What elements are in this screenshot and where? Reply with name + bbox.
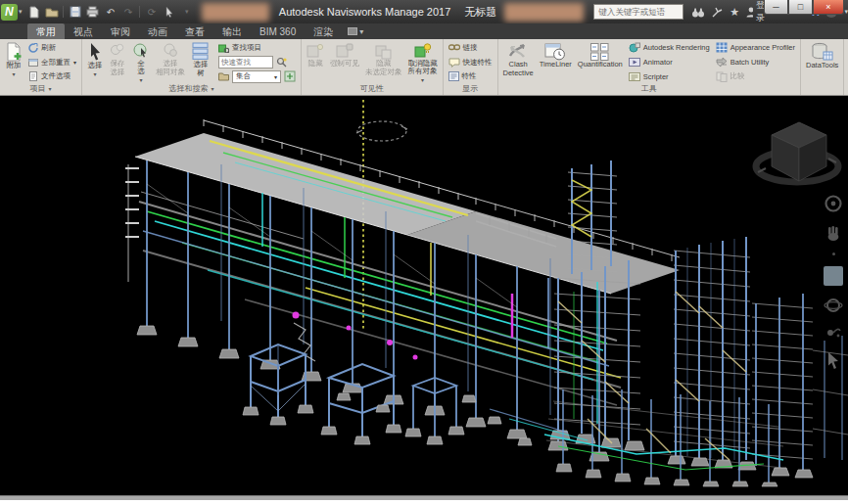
autodesk-rendering-icon (629, 42, 640, 53)
communication-center-button[interactable] (712, 7, 723, 18)
select-button[interactable]: 选择 ▾ (85, 41, 105, 83)
maximize-button[interactable]: □ (788, 0, 813, 15)
find-items-label: 查找项目 (232, 43, 261, 53)
print-button[interactable] (85, 4, 100, 20)
application-menu-button[interactable]: N ▾ (0, 0, 23, 23)
links-label: 链接 (463, 43, 478, 53)
append-button[interactable]: 附加 ▾ (3, 41, 24, 83)
timeliner-label: TimeLiner (540, 61, 572, 69)
links-button[interactable]: 链接 (447, 41, 495, 55)
redo-button[interactable]: ↷ (120, 4, 135, 20)
scripter-icon (629, 71, 640, 82)
refresh-model-button[interactable]: 刷新 (26, 41, 78, 55)
search-button[interactable] (691, 7, 705, 18)
properties-button[interactable]: 特性 (447, 69, 495, 83)
select-same-label: 选择 相同对象 (156, 60, 185, 76)
tab-view[interactable]: 查看 (176, 23, 213, 39)
close-button[interactable]: × (813, 0, 844, 15)
open-file-button[interactable] (44, 4, 59, 20)
minimize-button[interactable]: ─ (764, 0, 788, 15)
sets-row: 集合 ▾ (216, 69, 298, 83)
select-arrow-icon (87, 42, 103, 62)
display-label: 显示 (462, 83, 478, 95)
chevron-down-icon: ▾ (359, 27, 363, 36)
lower-right-cluster (490, 389, 783, 486)
quick-find-icon[interactable] (276, 57, 287, 68)
compare-button[interactable]: 比较 (714, 69, 797, 83)
batch-utility-icon (716, 57, 728, 68)
project-label: 项目 (30, 83, 46, 95)
group-display: 链接 快速特性 特性 显示 (444, 39, 498, 95)
file-options-button[interactable]: 文件选项 (26, 69, 78, 83)
timeliner-button[interactable]: TimeLiner (538, 41, 574, 83)
save-button[interactable] (68, 4, 82, 20)
select-same-button[interactable]: 选择 相同对象 (154, 41, 187, 83)
orbit-icon[interactable] (824, 297, 843, 314)
tab-bim360[interactable]: BIM 360 (251, 23, 305, 39)
pan-hand-icon[interactable] (824, 224, 842, 242)
quick-find-row (216, 56, 298, 69)
appearance-profiler-button[interactable]: Appearance Profiler (714, 41, 797, 55)
require-button[interactable]: 强制可见 (328, 41, 361, 83)
steering-wheel-icon[interactable] (824, 194, 843, 213)
undo-button[interactable]: ↶ (103, 4, 118, 20)
help-dropdown-button[interactable]: ▾ (844, 8, 848, 16)
favorites-button[interactable]: ★ (730, 6, 739, 19)
clash-detective-button[interactable]: Clash Detective (501, 41, 536, 83)
viewport-3d[interactable] (0, 96, 848, 495)
quick-find-input[interactable] (218, 56, 273, 69)
batch-utility-button[interactable]: Batch Utility (714, 56, 797, 69)
cursor-arrow-icon[interactable] (825, 351, 841, 370)
new-file-button[interactable] (26, 4, 41, 20)
animator-icon (629, 57, 640, 68)
ribbon-display-toggle[interactable]: ▾ (348, 23, 363, 39)
refresh-button[interactable]: ⟳ (144, 4, 159, 20)
infocenter-search-input[interactable] (593, 4, 683, 20)
group-label-select-search[interactable]: 选择和搜索 ▾ (82, 83, 301, 95)
navisworks-window: N ▾ ↶ ↷ ⟳ ▾ (0, 0, 848, 504)
unhide-all-button[interactable]: 取消隐藏 所有对象 ▾ (406, 41, 440, 83)
look-around-icon[interactable] (824, 325, 842, 341)
save-sets-icon[interactable] (284, 70, 296, 82)
group-label-tools: 工具 (498, 83, 800, 95)
sets-dropdown[interactable]: 集合 ▾ (232, 70, 281, 83)
group-select-search: 选择 ▾ 保存 选择 全 选 ▾ 选择 相同对象 (82, 39, 302, 95)
qat-dropdown-button[interactable]: ▾ (179, 4, 194, 20)
datatools-button[interactable]: DataTools (804, 41, 840, 83)
group-project: 附加 ▾ 刷新 全部重置 ▾ 文件选项 (0, 39, 82, 95)
select-all-button[interactable]: 全 选 ▾ (130, 41, 152, 83)
tab-review[interactable]: 审阅 (102, 23, 139, 39)
sets-label: 集合 (236, 71, 251, 81)
save-selection-button[interactable]: 保存 选择 (107, 41, 128, 83)
chevron-down-icon: ▾ (274, 73, 277, 80)
datatools-icon (811, 42, 834, 62)
foreground-frames (243, 344, 532, 445)
select-search-label: 选择和搜索 (169, 83, 209, 95)
quantification-button[interactable]: Quantification (576, 41, 625, 83)
tab-render[interactable]: 渲染 (305, 23, 342, 39)
chevron-down-icon: ▾ (73, 59, 76, 66)
autodesk-rendering-button[interactable]: Autodesk Rendering (627, 41, 712, 55)
scripter-label: Scripter (643, 72, 669, 81)
find-items-button[interactable]: 查找项目 (216, 41, 298, 55)
select-tool-button[interactable] (162, 4, 176, 20)
flyout-dot (832, 252, 835, 255)
viewcube[interactable] (756, 122, 838, 182)
model-scene (0, 96, 848, 495)
file-options-label: 文件选项 (41, 71, 71, 81)
quick-properties-button[interactable]: 快速特性 (447, 56, 495, 69)
tab-viewpoint[interactable]: 视点 (65, 23, 102, 39)
reset-all-button[interactable]: 全部重置 ▾ (26, 56, 78, 69)
select-all-label: 全 选 (137, 60, 145, 76)
hide-button[interactable]: 隐藏 (305, 41, 326, 83)
hide-unselected-button[interactable]: 隐藏 未选定对象 (363, 41, 404, 83)
scripter-button[interactable]: Scripter (627, 69, 712, 83)
tab-animation[interactable]: 动画 (139, 23, 176, 39)
window-controls: ─ □ × (764, 0, 844, 15)
zoom-tool-active[interactable] (824, 266, 843, 286)
group-label-project[interactable]: 项目 ▾ (0, 83, 81, 95)
tab-home[interactable]: 常用 (27, 23, 65, 39)
tab-output[interactable]: 输出 (213, 23, 251, 39)
selection-tree-button[interactable]: 选择 树 (189, 41, 212, 83)
animator-button[interactable]: Animator (627, 56, 712, 69)
